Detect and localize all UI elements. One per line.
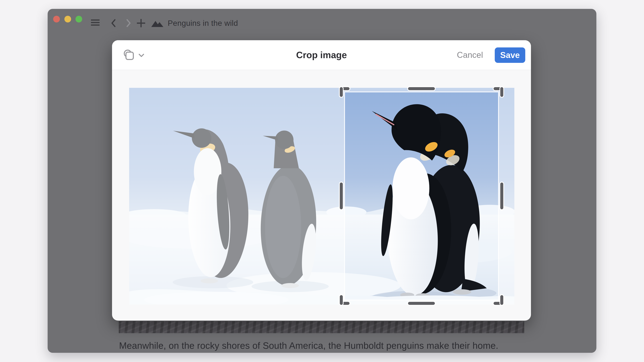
document-title: Penguins in the wild: [168, 18, 238, 28]
dialog-header: Crop image Cancel Save: [112, 40, 531, 70]
crop-handle-left[interactable]: [340, 183, 343, 209]
crop-photo: [129, 88, 514, 305]
document-caption: Meanwhile, on the rocky shores of South …: [119, 340, 498, 351]
minimize-window-button[interactable]: [64, 16, 71, 22]
close-window-button[interactable]: [53, 16, 60, 22]
save-button[interactable]: Save: [495, 47, 525, 63]
crop-handle-top[interactable]: [408, 87, 435, 90]
mountain-image-icon: [151, 19, 164, 27]
crop-handle-top-right[interactable]: [500, 87, 503, 97]
crop-dim-overlay-left: [129, 88, 344, 305]
plus-icon[interactable]: [137, 19, 145, 27]
zoom-window-button[interactable]: [76, 16, 82, 22]
hamburger-menu-icon[interactable]: [91, 19, 100, 26]
crop-selection[interactable]: [344, 91, 499, 301]
crop-handle-top-left[interactable]: [340, 87, 343, 97]
chevron-left-icon[interactable]: [111, 19, 116, 27]
crop-image-dialog: Crop image Cancel Save: [112, 40, 531, 321]
dimmed-document-image: [119, 321, 524, 333]
crop-handle-bottom-left[interactable]: [340, 295, 343, 305]
app-window: Penguins in the wild Meanwhile, on the r…: [48, 9, 596, 353]
crop-handle-bottom[interactable]: [408, 302, 435, 305]
crop-handle-bottom-right[interactable]: [500, 295, 503, 305]
chevron-right-icon[interactable]: [126, 19, 131, 27]
crop-handle-right[interactable]: [500, 183, 503, 209]
cancel-button[interactable]: Cancel: [457, 40, 483, 70]
